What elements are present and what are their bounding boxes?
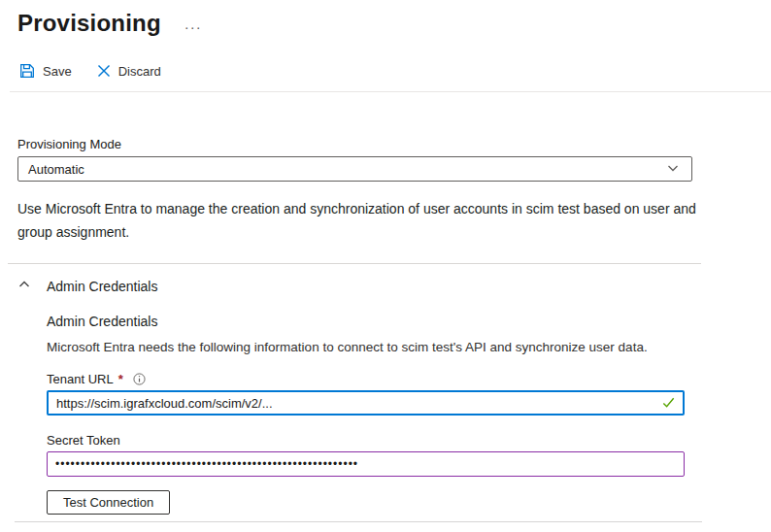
save-icon xyxy=(19,63,35,79)
tenant-url-label-row: Tenant URL * xyxy=(47,372,771,386)
admin-credentials-section-toggle[interactable]: Admin Credentials xyxy=(17,278,771,295)
test-connection-button[interactable]: Test Connection xyxy=(47,490,170,515)
chevron-down-icon xyxy=(666,161,680,178)
tenant-url-input[interactable] xyxy=(47,390,685,416)
provisioning-mode-label: Provisioning Mode xyxy=(17,137,771,151)
admin-credentials-section-label: Admin Credentials xyxy=(47,279,157,294)
discard-button-label: Discard xyxy=(118,64,161,79)
more-options-icon[interactable]: ··· xyxy=(184,18,202,35)
page-header: Provisioning ··· xyxy=(0,0,771,39)
page-title: Provisioning xyxy=(17,10,161,37)
provisioning-mode-dropdown[interactable]: Automatic xyxy=(17,156,692,182)
tenant-url-label: Tenant URL xyxy=(47,372,114,386)
save-button[interactable]: Save xyxy=(19,63,72,79)
admin-credentials-section: Admin Credentials Microsoft Entra needs … xyxy=(47,314,771,515)
checkmark-icon xyxy=(661,395,676,414)
provisioning-description: Use Microsoft Entra to manage the creati… xyxy=(17,197,697,244)
provisioning-page: Provisioning ··· Save Discard xyxy=(0,0,771,522)
info-icon[interactable] xyxy=(133,373,146,385)
admin-credentials-heading: Admin Credentials xyxy=(47,314,771,329)
command-bar: Save Discard xyxy=(19,58,771,83)
tenant-url-field xyxy=(47,390,685,416)
required-marker: * xyxy=(118,372,123,386)
bottom-divider xyxy=(15,521,702,522)
discard-icon xyxy=(97,64,111,78)
discard-button[interactable]: Discard xyxy=(97,64,161,79)
secret-token-label: Secret Token xyxy=(47,433,120,448)
chevron-up-icon xyxy=(17,278,31,295)
main-content: Provisioning Mode Automatic Use Microsof… xyxy=(0,137,771,522)
save-button-label: Save xyxy=(43,64,72,79)
provisioning-mode-value: Automatic xyxy=(28,162,84,177)
toolbar-divider xyxy=(10,91,771,92)
secret-token-input[interactable] xyxy=(47,451,685,477)
secret-token-label-row: Secret Token xyxy=(47,433,771,448)
admin-credentials-description: Microsoft Entra needs the following info… xyxy=(47,340,717,354)
section-divider xyxy=(8,263,701,264)
